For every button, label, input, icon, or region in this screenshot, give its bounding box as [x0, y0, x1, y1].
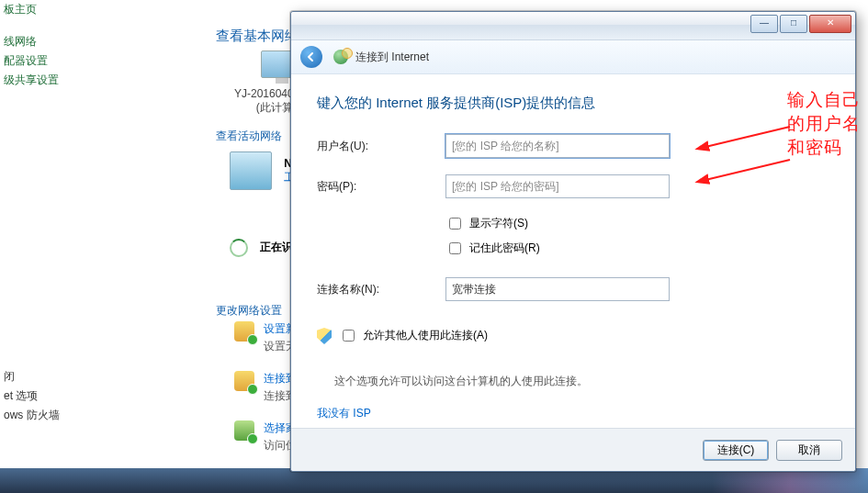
nav-item[interactable]: et 选项 [0, 387, 73, 406]
back-button[interactable] [300, 46, 322, 68]
remember-password-label: 记住此密码(R) [469, 241, 540, 256]
maximize-button[interactable]: □ [780, 15, 807, 33]
minimize-button[interactable]: — [750, 15, 778, 33]
internet-icon [333, 50, 348, 64]
section-active-networks: 查看活动网络 [216, 129, 282, 144]
nav-item[interactable]: 级共享设置 [0, 71, 73, 90]
wizard-title: 连接到 Internet [355, 50, 429, 65]
shield-icon [317, 328, 332, 344]
show-characters-checkbox[interactable] [449, 218, 461, 230]
connect-to-internet-dialog: — □ ✕ 连接到 Internet 键入您的 Internet 服务提供商(I… [290, 11, 856, 472]
network-icon [234, 371, 254, 391]
nav-item[interactable]: 板主页 [0, 0, 73, 19]
password-label: 密码(P): [317, 179, 445, 195]
spinner-icon [230, 239, 248, 257]
instruction-heading: 键入您的 Internet 服务提供商(ISP)提供的信息 [317, 95, 829, 112]
nav-item[interactable]: 线网络 [0, 32, 73, 51]
allow-others-row: 允许其他人使用此连接(A) [317, 327, 829, 344]
wizard-header: 连接到 Internet [291, 40, 855, 74]
homegroup-icon [234, 420, 254, 441]
username-label: 用户名(U): [317, 139, 445, 154]
show-characters-label: 显示字符(S) [469, 216, 528, 231]
connection-name-row: 连接名称(N): [317, 277, 829, 301]
password-input[interactable] [445, 174, 670, 198]
taskbar [0, 468, 868, 493]
annotation-text: 输入自己的用户名和密码 [787, 88, 864, 160]
dialog-footer: 连接(C) 取消 [291, 428, 855, 471]
allow-others-checkbox[interactable] [343, 330, 355, 342]
titlebar[interactable]: — □ ✕ [291, 12, 855, 40]
nav-item[interactable]: 闭 [0, 367, 73, 387]
cancel-button[interactable]: 取消 [776, 440, 842, 461]
server-icon [230, 151, 272, 190]
username-input[interactable] [445, 134, 670, 158]
no-isp-link[interactable]: 我没有 ISP [317, 407, 371, 420]
username-row: 用户名(U): [317, 134, 829, 158]
allow-others-desc: 这个选项允许可以访问这台计算机的人使用此连接。 [334, 374, 588, 389]
nav-item[interactable]: ows 防火墙 [0, 406, 73, 425]
remember-password-checkbox[interactable] [449, 242, 461, 254]
close-button[interactable]: ✕ [809, 15, 851, 33]
connection-icon [234, 321, 254, 342]
see-also-nav: 闭 et 选项 ows 防火墙 [0, 367, 73, 425]
section-change-settings: 更改网络设置 [216, 303, 282, 319]
password-row: 密码(P): [317, 174, 829, 198]
connection-name-label: 连接名称(N): [317, 282, 445, 297]
allow-others-label: 允许其他人使用此连接(A) [363, 328, 488, 343]
connect-button[interactable]: 连接(C) [703, 440, 769, 461]
connection-name-input[interactable] [445, 277, 670, 301]
nav-item[interactable]: 配器设置 [0, 51, 73, 71]
